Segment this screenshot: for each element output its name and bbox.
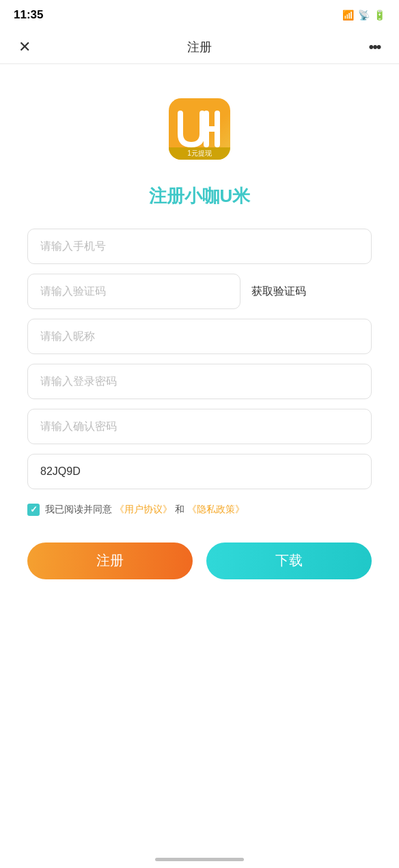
logo-svg xyxy=(178,111,221,147)
home-indicator xyxy=(155,858,244,861)
signal-icon: 📶 xyxy=(342,10,354,20)
register-button[interactable]: 注册 xyxy=(27,542,193,579)
logo-container: 1元提现 xyxy=(169,98,230,160)
confirm-password-row xyxy=(27,409,372,444)
confirm-password-input[interactable] xyxy=(27,409,372,444)
agreement-prefix: 我已阅读并同意 xyxy=(45,504,112,515)
battery-icon: 🔋 xyxy=(374,10,385,20)
privacy-policy-link[interactable]: 《隐私政策》 xyxy=(187,504,245,515)
agreement-text: 我已阅读并同意 《用户协议》 和 《隐私政策》 xyxy=(45,503,245,517)
main-content: 1元提现 注册小咖U米 获取验证码 xyxy=(0,64,399,868)
captcha-row xyxy=(27,454,372,489)
nickname-row xyxy=(27,319,372,354)
register-page-title: 注册小咖U米 xyxy=(149,184,251,208)
page-title-nav: 注册 xyxy=(187,39,212,55)
agreement-connector: 和 xyxy=(175,504,184,515)
code-row: 获取验证码 xyxy=(27,274,372,309)
phone-row xyxy=(27,229,372,264)
check-icon: ✓ xyxy=(30,504,38,515)
password-input[interactable] xyxy=(27,364,372,399)
status-time: 11:35 xyxy=(14,8,43,22)
app-logo: 1元提现 xyxy=(169,98,230,160)
download-button[interactable]: 下载 xyxy=(206,542,372,579)
nav-bar: ✕ 注册 ••• xyxy=(0,30,399,64)
status-bar: 11:35 📶 📡 🔋 xyxy=(0,0,399,30)
buttons-row: 注册 下载 xyxy=(27,542,372,579)
password-row xyxy=(27,364,372,399)
captcha-input[interactable] xyxy=(27,454,372,489)
close-button[interactable]: ✕ xyxy=(14,36,36,58)
agreement-row: ✓ 我已阅读并同意 《用户协议》 和 《隐私政策》 xyxy=(27,503,372,517)
user-agreement-link[interactable]: 《用户协议》 xyxy=(115,504,172,515)
wifi-icon: 📡 xyxy=(358,10,370,20)
more-button[interactable]: ••• xyxy=(363,36,385,58)
logo-badge: 1元提现 xyxy=(169,147,230,160)
more-icon: ••• xyxy=(368,38,380,56)
verification-code-input[interactable] xyxy=(27,274,240,309)
nickname-input[interactable] xyxy=(27,319,372,354)
get-code-button[interactable]: 获取验证码 xyxy=(249,285,309,299)
status-icons: 📶 📡 🔋 xyxy=(342,10,385,20)
form-container: 获取验证码 ✓ 我已阅读并同意 《用户协议》 和 《隐私政策》 xyxy=(27,229,372,579)
agreement-checkbox[interactable]: ✓ xyxy=(27,504,40,516)
phone-input[interactable] xyxy=(27,229,372,264)
close-icon: ✕ xyxy=(18,38,31,56)
